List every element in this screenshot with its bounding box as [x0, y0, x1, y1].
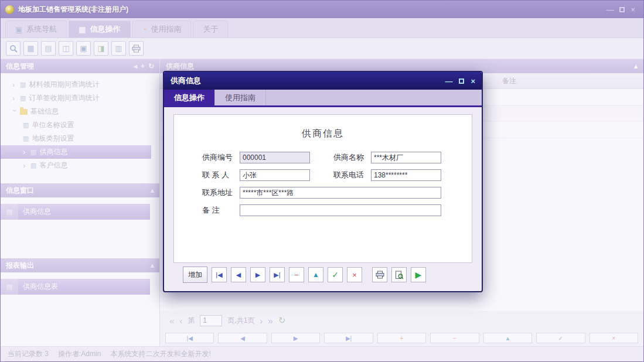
print-preview-button[interactable] — [391, 267, 407, 282]
cross-icon: × — [352, 271, 357, 279]
app-logo-icon — [5, 5, 14, 14]
printer-icon — [376, 271, 384, 279]
execute-button[interactable]: ▶ — [411, 267, 426, 282]
supplier-info-dialog: 供商信息 — × 信息操作 使用指南 供商信息 供商编号 供商名称 联 系 人 — [163, 71, 483, 292]
dialog-title: 供商信息 — [171, 76, 445, 86]
play-icon: ▶ — [415, 270, 422, 279]
nav-last-button[interactable]: ▶| — [270, 267, 285, 282]
dialog-close-icon[interactable]: × — [471, 77, 475, 86]
edit-button[interactable]: ▲ — [308, 267, 323, 282]
contact-address-label: 联系地址 — [202, 187, 236, 198]
contact-person-field[interactable] — [240, 169, 310, 181]
nav-next-button[interactable]: ▶ — [250, 267, 265, 282]
form-row: 联 系 人 联系电话 — [202, 169, 460, 181]
nav-prev-button[interactable]: ◀ — [231, 267, 246, 282]
supplier-code-field[interactable] — [240, 152, 310, 163]
delete-button[interactable]: − — [289, 267, 304, 282]
contact-address-field[interactable] — [240, 187, 441, 199]
remark-field[interactable] — [240, 204, 441, 216]
close-icon[interactable]: × — [631, 6, 635, 13]
first-icon: |◀ — [216, 271, 222, 279]
form-row: 供商编号 供商名称 — [202, 152, 460, 163]
dialog-button-bar: 增加 |◀ ◀ ▶ ▶| − ▲ ✓ × ▶ — [173, 263, 472, 291]
window-title: 地板加工销售管理系统(非注册用户) — [18, 5, 602, 15]
minus-icon: − — [294, 271, 299, 279]
form-row: 联系地址 — [202, 187, 460, 199]
supplier-name-label: 供商名称 — [333, 152, 367, 163]
add-button[interactable]: 增加 — [183, 267, 207, 283]
dialog-tab-label: 信息操作 — [174, 93, 205, 103]
contact-phone-field[interactable] — [371, 169, 441, 181]
print-record-button[interactable] — [372, 267, 387, 282]
preview-icon — [395, 271, 404, 279]
minimize-icon[interactable]: — — [606, 6, 614, 13]
dialog-tab-user-guide[interactable]: 使用指南 — [215, 90, 266, 105]
dialog-maximize-icon[interactable] — [459, 78, 464, 84]
nav-first-button[interactable]: |◀ — [212, 267, 227, 282]
prev-icon: ◀ — [236, 271, 241, 279]
supplier-code-label: 供商编号 — [202, 152, 236, 163]
window-controls: — × — [606, 6, 639, 13]
dialog-minimize-icon[interactable]: — — [445, 77, 452, 86]
triangle-up-icon: ▲ — [312, 271, 319, 279]
contact-phone-label: 联系电话 — [333, 170, 367, 180]
dialog-body: 供商信息 供商编号 供商名称 联 系 人 联系电话 联系地址 备 注 — [164, 107, 482, 291]
next-icon: ▶ — [255, 271, 260, 279]
dialog-tab-info-operation[interactable]: 信息操作 — [164, 90, 215, 105]
supplier-form: 供商信息 供商编号 供商名称 联 系 人 联系电话 联系地址 备 注 — [173, 114, 472, 263]
form-row: 备 注 — [202, 204, 460, 216]
titlebar: 地板加工销售管理系统(非注册用户) — × — [1, 1, 643, 18]
dialog-tab-label: 使用指南 — [225, 93, 255, 103]
dialog-tab-bar: 信息操作 使用指南 — [164, 90, 482, 107]
dialog-window-controls: — × — [445, 77, 475, 86]
cancel-button[interactable]: × — [347, 267, 362, 282]
form-title: 供商信息 — [186, 128, 460, 140]
contact-person-label: 联 系 人 — [202, 170, 236, 180]
dialog-titlebar: 供商信息 — × — [164, 72, 482, 90]
maximize-icon[interactable] — [619, 7, 625, 12]
supplier-name-field[interactable] — [371, 152, 441, 163]
check-icon: ✓ — [332, 270, 339, 279]
remark-label: 备 注 — [202, 205, 236, 216]
last-icon: ▶| — [274, 271, 280, 279]
app-window: { "titlebar": { "title": "地板加工销售管理系统(非注册… — [0, 0, 644, 362]
confirm-button[interactable]: ✓ — [328, 267, 343, 282]
